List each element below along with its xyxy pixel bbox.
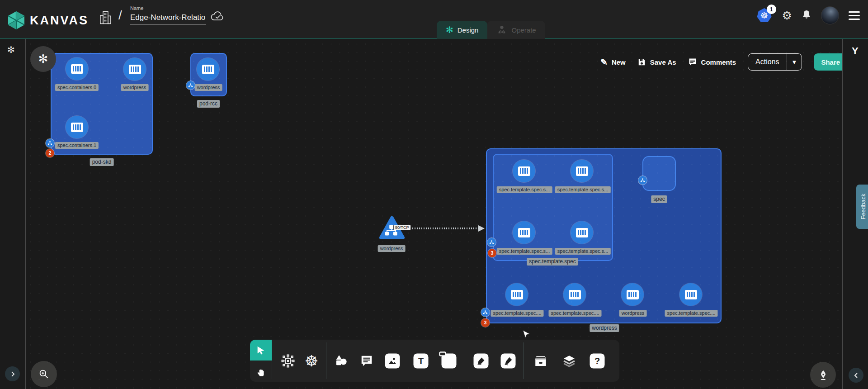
image-tool[interactable] xyxy=(385,353,400,368)
image-icon xyxy=(385,353,400,368)
left-dock-rail: ✻ xyxy=(0,39,26,389)
comments-icon xyxy=(688,57,697,66)
select-cursor-icon xyxy=(256,345,266,355)
network-badge-icon[interactable] xyxy=(186,81,195,90)
help-tool[interactable]: ? xyxy=(590,353,605,368)
node-label: spec.template.spec.... xyxy=(491,310,544,317)
operate-person-icon xyxy=(496,24,507,35)
note-shape-icon xyxy=(442,353,457,368)
group-label: pod-rcc xyxy=(197,100,220,108)
component-shapes-tool[interactable] xyxy=(280,353,296,369)
shapes-tool[interactable] xyxy=(334,354,348,368)
drawer-icon xyxy=(533,354,548,368)
cluster-flower-icon[interactable]: ✻ xyxy=(30,46,56,72)
text-tool[interactable]: T xyxy=(414,353,429,368)
mode-tabs: ✻ Design Operate xyxy=(437,21,545,39)
network-badge-icon[interactable] xyxy=(487,238,496,247)
notifications-bell-icon[interactable] xyxy=(802,9,811,22)
error-count-badge[interactable]: 3 xyxy=(481,318,490,327)
dock-handle-icon[interactable]: Y xyxy=(852,45,859,57)
actions-dropdown-caret[interactable]: ▼ xyxy=(787,54,802,70)
shapes-icon xyxy=(334,354,348,368)
text-icon: T xyxy=(414,353,429,368)
feedback-tab[interactable]: Feedback xyxy=(856,185,868,229)
node-label: spec.template.spec.s... xyxy=(555,186,611,193)
design-name-block: Name xyxy=(130,5,207,24)
kubernetes-components-tool[interactable]: ☸ xyxy=(305,353,318,369)
new-pencil-icon: ✎ xyxy=(600,57,608,67)
drawer-tool[interactable] xyxy=(533,354,548,368)
node-label: spec.template.spec.s... xyxy=(497,248,552,255)
tab-design-label: Design xyxy=(458,26,479,34)
node-label: wordpress xyxy=(378,245,406,252)
help-icon: ? xyxy=(590,353,605,368)
group-label: spec.template.spec xyxy=(527,258,578,266)
layers-tool[interactable] xyxy=(562,354,576,368)
expand-left-panel-button[interactable] xyxy=(5,366,20,381)
kanvas-app: KANVAS / Name ✻ Design xyxy=(0,0,868,389)
bottom-toolbar: ☸ T xyxy=(250,340,619,382)
freehand-draw-tool[interactable] xyxy=(501,353,516,368)
pencil-scribble-icon xyxy=(501,353,516,368)
node-label: wordpress xyxy=(619,310,647,317)
node-label: spec.containers.0 xyxy=(55,84,99,91)
design-spiral-icon: ✻ xyxy=(446,25,453,34)
comments-label: Comments xyxy=(701,58,736,66)
circuit-chip-icon xyxy=(280,353,296,369)
group-label: pod-skd xyxy=(90,158,114,166)
pan-tool-button[interactable] xyxy=(251,363,270,380)
app-header: KANVAS / Name ✻ Design xyxy=(0,0,868,39)
save-as-button[interactable]: Save As xyxy=(637,58,676,66)
hand-icon xyxy=(255,366,266,377)
pen-icon xyxy=(474,353,489,368)
kanvas-logo-icon xyxy=(7,10,25,30)
network-badge-icon[interactable] xyxy=(638,176,647,185)
node-label: wordpress xyxy=(195,84,222,91)
organization-icon[interactable] xyxy=(99,10,113,27)
network-badge-icon[interactable] xyxy=(46,139,54,147)
comment-tool[interactable] xyxy=(360,354,373,368)
new-label: New xyxy=(612,58,626,66)
feedback-label: Feedback xyxy=(860,194,867,219)
kanvas-logo[interactable]: KANVAS xyxy=(7,10,89,30)
logo-text: KANVAS xyxy=(30,14,89,28)
meshery-spiral-icon[interactable]: ✻ xyxy=(7,44,15,55)
comments-button[interactable]: Comments xyxy=(688,57,736,66)
node-label: spec.containers.1 xyxy=(55,142,99,149)
mouse-cursor xyxy=(521,329,531,342)
kubernetes-context-button[interactable]: ☸ 1 xyxy=(757,8,773,23)
header-right-controls: ☸ 1 ⚙ xyxy=(757,6,860,24)
error-count-badge[interactable]: 3 xyxy=(488,249,496,257)
node-label: spec.template.spec.s... xyxy=(555,248,611,255)
new-button[interactable]: ✎ New xyxy=(600,57,626,67)
hamburger-menu-icon[interactable] xyxy=(849,11,860,20)
settings-gear-icon[interactable]: ⚙ xyxy=(782,10,792,21)
collapse-right-panel-button[interactable] xyxy=(849,368,863,383)
edge-port-label: 80/TCP xyxy=(393,225,411,230)
save-as-label: Save As xyxy=(650,58,676,66)
node-label: spec.template.spec.s... xyxy=(497,186,552,193)
comment-bubble-icon xyxy=(360,354,373,368)
node-label: wordpress xyxy=(121,84,149,91)
save-floppy-icon xyxy=(637,58,646,66)
tab-design[interactable]: ✻ Design xyxy=(437,21,487,39)
network-badge-icon[interactable] xyxy=(481,308,490,317)
design-canvas[interactable] xyxy=(26,40,842,389)
actions-button[interactable]: Actions ▼ xyxy=(748,53,802,71)
layers-icon xyxy=(562,354,576,368)
pen-tool[interactable] xyxy=(474,353,489,368)
error-count-badge[interactable]: 2 xyxy=(46,149,54,157)
kubernetes-context-count: 1 xyxy=(767,5,776,14)
node-label: spec.template.spec.... xyxy=(549,310,602,317)
tab-operate[interactable]: Operate xyxy=(487,21,545,39)
group-label: wordpress xyxy=(590,324,619,332)
design-name-input[interactable] xyxy=(130,12,206,24)
note-tool[interactable] xyxy=(442,353,457,368)
node-label: spec.template.spec.... xyxy=(665,310,718,317)
canvas-toolbar: ✎ New Save As Comments Actions ▼ Share xyxy=(600,53,864,71)
breadcrumb-separator: / xyxy=(118,8,122,23)
user-avatar[interactable] xyxy=(821,6,839,24)
select-tool-button[interactable] xyxy=(250,340,272,361)
tab-operate-label: Operate xyxy=(511,26,536,34)
node-label: spec xyxy=(651,195,667,203)
